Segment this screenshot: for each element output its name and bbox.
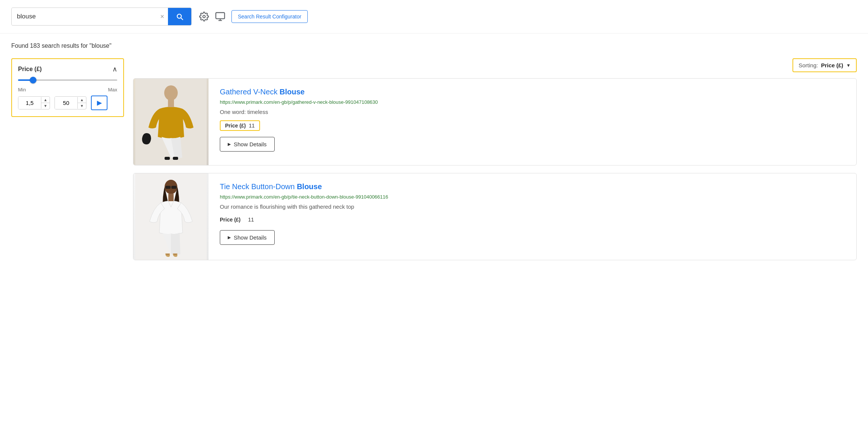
max-label: Max bbox=[108, 87, 117, 93]
slider-track bbox=[18, 79, 117, 81]
product-info-1: Gathered V-Neck Blouse https://www.prima… bbox=[209, 79, 856, 161]
configurator-button[interactable]: Search Result Configurator bbox=[231, 10, 308, 23]
apply-filter-button[interactable]: ▶ bbox=[91, 96, 107, 110]
sorting-arrow-icon: ▼ bbox=[846, 63, 851, 68]
price-filter-box: Price (£) ∧ Min Max bbox=[11, 58, 124, 117]
svg-rect-7 bbox=[165, 157, 170, 160]
min-spinner: ▲ ▼ bbox=[41, 97, 50, 109]
slider-thumb[interactable] bbox=[30, 77, 36, 83]
min-label: Min bbox=[18, 87, 26, 93]
slider-inputs: ▲ ▼ ▲ ▼ ▶ bbox=[18, 96, 117, 110]
sorting-value: Price (£) bbox=[821, 62, 843, 68]
product-figure-2 bbox=[135, 173, 207, 260]
product-url-2[interactable]: https://www.primark.com/en-gb/p/tie-neck… bbox=[220, 194, 845, 200]
show-details-label-1: Show Details bbox=[234, 141, 267, 147]
product-card-1: Gathered V-Neck Blouse https://www.prima… bbox=[133, 78, 857, 165]
max-input-group: ▲ ▼ bbox=[54, 96, 86, 109]
price-label-1: Price (£) bbox=[225, 123, 246, 129]
product-url-1[interactable]: https://www.primark.com/en-gb/p/gathered… bbox=[220, 99, 845, 105]
price-badge-1: Price (£) 11 bbox=[220, 120, 260, 131]
price-value-1: 11 bbox=[249, 123, 255, 129]
min-spinner-down[interactable]: ▼ bbox=[41, 103, 50, 109]
product-title-normal-1: Gathered V-Neck bbox=[220, 88, 280, 96]
results-count: Found 183 search results for "blouse" bbox=[11, 42, 857, 49]
svg-point-0 bbox=[203, 15, 206, 18]
product-title-bold-2: Blouse bbox=[297, 182, 322, 191]
svg-rect-1 bbox=[216, 13, 224, 19]
search-icon bbox=[175, 12, 184, 21]
sorting-label: Sorting: bbox=[798, 62, 818, 68]
min-spinner-up[interactable]: ▲ bbox=[41, 97, 50, 103]
product-desc-2: Our romance is flourishing with this gat… bbox=[220, 203, 845, 210]
min-input-group: ▲ ▼ bbox=[18, 96, 50, 109]
search-button[interactable] bbox=[168, 8, 191, 25]
svg-rect-14 bbox=[168, 194, 174, 201]
sidebar: Price (£) ∧ Min Max bbox=[11, 58, 124, 117]
filter-collapse-button[interactable]: ∧ bbox=[112, 65, 117, 73]
max-input[interactable] bbox=[55, 97, 77, 109]
search-clear-button[interactable]: × bbox=[156, 13, 168, 21]
slider-labels: Min Max bbox=[18, 87, 117, 93]
search-container: blouse × bbox=[11, 8, 192, 26]
product-title-bold-1: Blouse bbox=[280, 88, 305, 96]
search-input[interactable]: blouse bbox=[12, 8, 156, 25]
max-spinner-down[interactable]: ▼ bbox=[78, 103, 86, 109]
price-badge-2: Price (£) 11 bbox=[220, 215, 254, 224]
show-details-button-1[interactable]: ▶ Show Details bbox=[220, 137, 275, 152]
sorting-box[interactable]: Sorting: Price (£) ▼ bbox=[792, 58, 857, 72]
price-slider[interactable] bbox=[18, 79, 117, 81]
product-title-1: Gathered V-Neck Blouse bbox=[220, 88, 845, 96]
content-layout: Price (£) ∧ Min Max bbox=[11, 58, 857, 268]
clear-icon: × bbox=[160, 13, 164, 21]
filter-title: Price (£) bbox=[18, 66, 42, 73]
header: blouse × Search Result Configurator bbox=[0, 0, 868, 33]
product-desc-1: One word: timeless bbox=[220, 109, 845, 115]
gear-icon bbox=[199, 12, 209, 21]
min-input[interactable] bbox=[18, 97, 41, 109]
product-title-normal-2: Tie Neck Button-Down bbox=[220, 182, 297, 191]
max-spinner-up[interactable]: ▲ bbox=[78, 97, 86, 103]
show-details-button-2[interactable]: ▶ Show Details bbox=[220, 230, 275, 245]
header-icons: Search Result Configurator bbox=[199, 10, 308, 23]
play-icon-1: ▶ bbox=[228, 142, 231, 147]
monitor-button[interactable] bbox=[215, 11, 225, 22]
show-details-label-2: Show Details bbox=[234, 234, 267, 241]
svg-rect-8 bbox=[173, 157, 178, 160]
svg-point-5 bbox=[164, 85, 178, 100]
product-image-2 bbox=[133, 173, 209, 260]
results-area: Sorting: Price (£) ▼ bbox=[133, 58, 857, 268]
product-figure-1 bbox=[135, 79, 207, 165]
filter-header: Price (£) ∧ bbox=[18, 65, 117, 73]
product-card-2: Tie Neck Button-Down Blouse https://www.… bbox=[133, 173, 857, 260]
product-title-2: Tie Neck Button-Down Blouse bbox=[220, 182, 845, 191]
max-spinner: ▲ ▼ bbox=[77, 97, 86, 109]
price-label-2: Price (£) bbox=[220, 217, 240, 223]
product-image-1 bbox=[133, 79, 209, 165]
price-value-2: 11 bbox=[248, 217, 254, 223]
product-info-2: Tie Neck Button-Down Blouse https://www.… bbox=[209, 173, 856, 254]
monitor-icon bbox=[215, 11, 225, 22]
svg-rect-6 bbox=[168, 100, 174, 107]
sorting-bar: Sorting: Price (£) ▼ bbox=[133, 58, 857, 72]
settings-button[interactable] bbox=[199, 12, 209, 21]
play-icon-2: ▶ bbox=[228, 235, 231, 240]
main-content: Found 183 search results for "blouse" Pr… bbox=[0, 33, 868, 277]
svg-rect-11 bbox=[165, 186, 171, 189]
svg-rect-12 bbox=[171, 186, 177, 189]
